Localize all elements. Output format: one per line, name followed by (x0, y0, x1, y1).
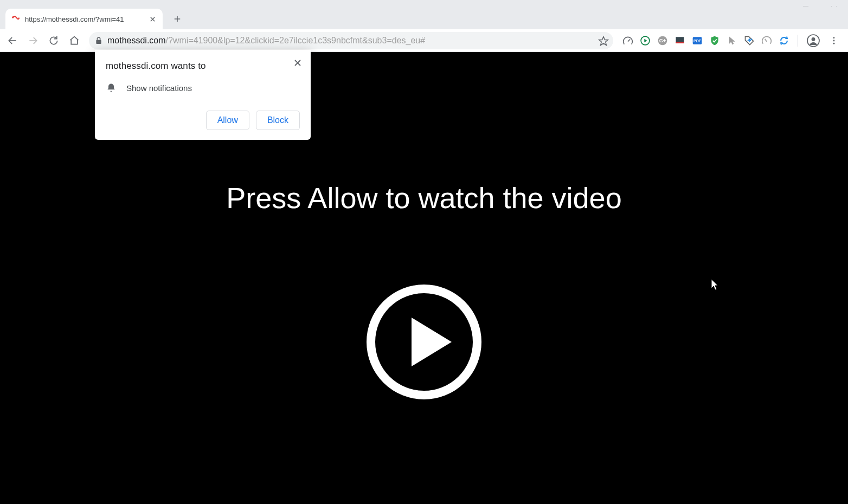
svg-line-13 (628, 39, 630, 41)
svg-marker-30 (412, 318, 452, 366)
address-bar[interactable]: mothessdi.com/?wmi=41900&lp=12&clickid=2… (89, 32, 613, 49)
extension-dark-box-icon[interactable] (674, 35, 686, 47)
svg-text:G+: G+ (659, 38, 666, 43)
svg-line-23 (765, 38, 767, 41)
extension-tag-icon[interactable] (743, 35, 755, 47)
extension-gauge-icon[interactable] (761, 35, 773, 47)
lock-icon (94, 36, 103, 45)
permission-item-label: Show notifications (126, 83, 192, 93)
extension-cursor-icon[interactable] (726, 35, 738, 47)
play-button[interactable] (366, 284, 482, 402)
url-text: mothessdi.com/?wmi=41900&lp=12&clickid=2… (107, 36, 594, 46)
svg-point-27 (833, 40, 835, 41)
extension-speed-icon[interactable] (622, 35, 634, 47)
extension-separator (798, 35, 798, 47)
bookmark-star-icon[interactable] (598, 36, 608, 46)
page-headline: Press Allow to watch the video (226, 181, 621, 215)
svg-marker-15 (644, 38, 647, 42)
forward-button[interactable] (24, 31, 42, 50)
svg-marker-12 (599, 36, 608, 45)
notification-permission-dialog: mothessdi.com wants to Show notification… (95, 50, 311, 140)
browser-toolbar: mothessdi.com/?wmi=41900&lp=12&clickid=2… (0, 29, 848, 52)
extension-play-icon[interactable] (639, 35, 651, 47)
svg-point-28 (833, 42, 835, 44)
svg-text:PDF: PDF (693, 39, 702, 43)
browser-menu-button[interactable] (826, 33, 841, 48)
extension-shield-icon[interactable] (709, 35, 721, 47)
dialog-title: mothessdi.com wants to (106, 61, 300, 72)
svg-rect-11 (96, 40, 101, 43)
svg-rect-19 (676, 42, 684, 43)
tab-strip: https://mothessdi.com/?wmi=41 (0, 7, 848, 29)
svg-point-25 (812, 37, 815, 41)
allow-button[interactable]: Allow (206, 111, 249, 130)
dialog-close-button[interactable] (292, 57, 303, 68)
extension-sync-icon[interactable] (778, 35, 790, 47)
browser-tab[interactable]: https://mothessdi.com/?wmi=41 (5, 9, 163, 29)
new-tab-button[interactable] (169, 11, 185, 27)
svg-marker-22 (729, 36, 735, 44)
tab-close-button[interactable] (147, 14, 157, 24)
svg-point-26 (833, 37, 835, 38)
back-button[interactable] (3, 31, 22, 50)
favicon-icon (11, 14, 21, 24)
svg-point-4 (12, 16, 14, 18)
bell-icon (106, 82, 117, 93)
extension-pdf-icon[interactable]: PDF (691, 35, 703, 47)
home-button[interactable] (65, 31, 83, 50)
block-button[interactable]: Block (256, 111, 300, 130)
reload-button[interactable] (44, 31, 63, 50)
tab-title: https://mothessdi.com/?wmi=41 (25, 15, 143, 23)
profile-avatar-button[interactable] (806, 33, 821, 48)
extension-circle-plus-icon[interactable]: G+ (657, 35, 669, 47)
